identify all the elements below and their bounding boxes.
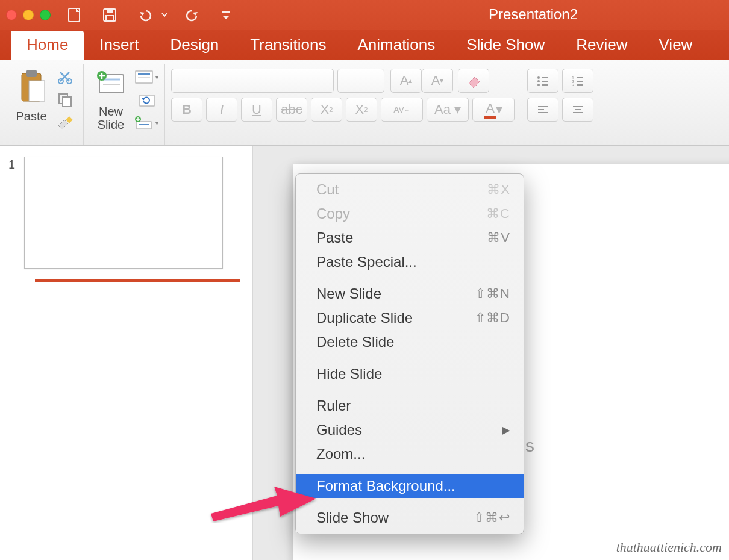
- format-painter-button[interactable]: [53, 114, 77, 131]
- svg-rect-17: [136, 71, 152, 83]
- window-controls: [6, 10, 51, 20]
- change-case-button[interactable]: Aa ▾: [427, 98, 469, 122]
- strikethrough-button[interactable]: abc: [276, 98, 307, 122]
- ribbon-tabs: Home Insert Design Transitions Animation…: [0, 30, 729, 60]
- reset-button[interactable]: [134, 92, 158, 108]
- paste-label: Paste: [16, 110, 46, 123]
- tab-slideshow[interactable]: Slide Show: [451, 31, 560, 60]
- svg-rect-6: [26, 70, 37, 77]
- copy-icon: [57, 92, 73, 108]
- slide-thumbnail-panel[interactable]: 1: [0, 146, 253, 560]
- subscript-button[interactable]: X2: [346, 98, 377, 122]
- tab-transitions[interactable]: Transitions: [234, 31, 342, 60]
- ctx-separator: [296, 278, 524, 278]
- redo-icon[interactable]: [186, 8, 202, 22]
- superscript-button[interactable]: X2: [311, 98, 342, 122]
- underline-button[interactable]: U: [241, 98, 272, 122]
- ctx-slide-show[interactable]: Slide Show⇧⌘↩: [296, 506, 524, 530]
- quick-access-toolbar: [66, 7, 231, 23]
- section-icon: [134, 116, 154, 130]
- maximize-window-icon[interactable]: [40, 10, 51, 20]
- file-icon[interactable]: [66, 7, 83, 23]
- tab-review[interactable]: Review: [560, 31, 643, 60]
- font-color-button[interactable]: A ▾: [472, 98, 515, 122]
- undo-dropdown-icon[interactable]: [161, 8, 167, 22]
- ctx-duplicate-slide[interactable]: Duplicate Slide⇧⌘D: [296, 306, 524, 330]
- tab-insert[interactable]: Insert: [84, 31, 154, 60]
- ctx-new-slide[interactable]: New Slide⇧⌘N: [296, 282, 524, 306]
- submenu-arrow-icon: ▶: [502, 423, 510, 437]
- svg-point-24: [537, 76, 540, 79]
- align-left-icon: [537, 105, 549, 114]
- thumbnail-selection-indicator: [35, 279, 240, 282]
- italic-button[interactable]: I: [206, 98, 237, 122]
- ctx-separator: [296, 502, 524, 502]
- numbering-icon: 123: [571, 75, 584, 86]
- bullets-icon: [536, 75, 549, 86]
- ctx-hide-slide[interactable]: Hide Slide: [296, 362, 524, 386]
- ctx-copy[interactable]: Copy⌘C: [296, 202, 524, 226]
- svg-rect-0: [69, 8, 80, 22]
- svg-rect-11: [63, 97, 71, 107]
- clear-format-button[interactable]: [458, 69, 489, 93]
- ctx-ruler[interactable]: Ruler: [296, 394, 524, 418]
- watermark: thuthuattienich.com: [616, 540, 722, 555]
- align-left-button[interactable]: [527, 98, 558, 122]
- new-slide-icon: [93, 67, 128, 102]
- cut-button[interactable]: [53, 69, 77, 86]
- grow-font-button[interactable]: A▴: [390, 69, 422, 93]
- svg-rect-2: [107, 9, 113, 13]
- section-button[interactable]: ▾: [134, 114, 158, 131]
- ctx-separator: [296, 358, 524, 358]
- new-slide-label: New Slide: [98, 105, 124, 131]
- tab-view[interactable]: View: [643, 31, 708, 60]
- ribbon-group-paragraph: 123: [521, 64, 599, 145]
- bullets-button[interactable]: [527, 69, 558, 93]
- ctx-paste[interactable]: Paste⌘V: [296, 226, 524, 250]
- slide-thumbnail[interactable]: [24, 157, 223, 269]
- font-family-select[interactable]: [171, 69, 334, 93]
- tab-animations[interactable]: Animations: [342, 31, 451, 60]
- save-icon[interactable]: [101, 7, 118, 23]
- undo-icon[interactable]: [136, 8, 154, 22]
- tab-design[interactable]: Design: [154, 31, 234, 60]
- customize-qat-icon[interactable]: [221, 8, 231, 22]
- shrink-font-button[interactable]: A▾: [422, 69, 453, 93]
- eraser-icon: [465, 73, 482, 88]
- ctx-delete-slide[interactable]: Delete Slide: [296, 330, 524, 354]
- font-size-select[interactable]: [337, 69, 384, 93]
- minimize-window-icon[interactable]: [23, 10, 34, 20]
- copy-button[interactable]: [53, 92, 77, 108]
- char-spacing-button[interactable]: AV↔: [381, 98, 423, 122]
- ctx-zoom[interactable]: Zoom...: [296, 442, 524, 466]
- title-bar: Presentation2: [0, 0, 729, 30]
- ctx-separator: [296, 470, 524, 470]
- bold-button[interactable]: B: [171, 98, 202, 122]
- svg-rect-4: [222, 11, 230, 13]
- close-window-icon[interactable]: [6, 10, 17, 20]
- new-slide-button[interactable]: New Slide: [90, 66, 132, 143]
- ctx-format-background[interactable]: Format Background...: [296, 474, 524, 498]
- svg-rect-7: [29, 81, 45, 101]
- ribbon-group-clipboard: Paste: [6, 64, 84, 145]
- ctx-cut[interactable]: Cut⌘X: [296, 178, 524, 202]
- layout-button[interactable]: ▾: [134, 69, 158, 86]
- ctx-guides[interactable]: Guides▶: [296, 418, 524, 442]
- brush-icon: [56, 115, 74, 131]
- ctx-separator: [296, 390, 524, 390]
- ctx-paste-special[interactable]: Paste Special...: [296, 250, 524, 274]
- paste-button[interactable]: Paste: [12, 66, 51, 143]
- tab-home[interactable]: Home: [11, 31, 84, 60]
- scissors-icon: [57, 69, 73, 85]
- ribbon-group-font: A▴ A▾ B I U abc X2 X2 AV↔ Aa ▾ A ▾: [165, 64, 521, 145]
- numbering-button[interactable]: 123: [562, 69, 593, 93]
- ribbon-group-slides: New Slide ▾ ▾: [84, 64, 165, 145]
- layout-icon: [134, 70, 154, 84]
- align-center-button[interactable]: [562, 98, 593, 122]
- reset-icon: [136, 93, 157, 107]
- svg-point-26: [537, 80, 540, 82]
- slide-number: 1: [8, 158, 15, 172]
- clipboard-icon: [16, 67, 47, 107]
- align-center-icon: [572, 105, 584, 114]
- ribbon-home: Paste New Slide ▾ ▾ A▴: [0, 60, 729, 146]
